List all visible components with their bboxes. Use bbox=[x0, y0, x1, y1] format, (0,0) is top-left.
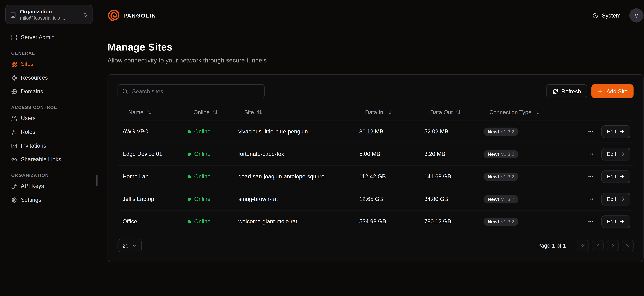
data-in-cell: 5.00 MB bbox=[354, 151, 419, 157]
sidebar-item-label: Settings bbox=[21, 197, 41, 203]
data-out-cell: 141.68 GB bbox=[419, 174, 478, 180]
app-window: Organization milo@fossorial.io's ... Ser… bbox=[0, 0, 644, 296]
sort-icon bbox=[456, 109, 461, 115]
table-row: Edge Device 01 Online fortunate-cape-fox… bbox=[118, 143, 634, 166]
row-menu-button[interactable] bbox=[586, 150, 595, 158]
sidebar-item-server-admin[interactable]: Server Admin bbox=[6, 30, 92, 44]
col-header-online[interactable]: Online bbox=[182, 109, 234, 115]
tunnel-id-cell: smug-brown-rat bbox=[234, 196, 354, 202]
refresh-label: Refresh bbox=[561, 88, 581, 94]
ellipsis-icon bbox=[588, 196, 594, 202]
prev-page-button[interactable] bbox=[592, 240, 604, 252]
search-icon bbox=[122, 88, 128, 94]
col-header-site[interactable]: Site bbox=[234, 109, 354, 115]
status-label: Online bbox=[194, 196, 210, 202]
sidebar-item-api-keys[interactable]: API Keys bbox=[6, 179, 92, 193]
page-subtitle: Allow connectivity to your network throu… bbox=[108, 57, 644, 64]
connection-badge: Newtv1.3.2 bbox=[484, 195, 518, 203]
connection-badge: Newtv1.3.2 bbox=[484, 150, 518, 158]
last-page-button[interactable] bbox=[622, 240, 634, 252]
sidebar-item-shareable-links[interactable]: Shareable Links bbox=[6, 152, 92, 166]
table-row: AWS VPC Online vivacious-little-blue-pen… bbox=[118, 120, 634, 143]
sidebar-item-domains[interactable]: Domains bbox=[6, 85, 92, 98]
sidebar-item-settings[interactable]: Settings bbox=[6, 193, 92, 207]
users-icon bbox=[11, 115, 17, 121]
row-menu-button[interactable] bbox=[586, 217, 595, 226]
next-page-button[interactable] bbox=[607, 240, 619, 252]
org-selector[interactable]: Organization milo@fossorial.io's ... bbox=[6, 5, 92, 24]
row-menu-button[interactable] bbox=[586, 195, 595, 204]
chevron-right-icon bbox=[610, 243, 616, 248]
data-out-cell: 3.20 MB bbox=[419, 151, 478, 157]
col-label: Name bbox=[128, 109, 144, 115]
connection-cell: Newtv1.3.2 bbox=[478, 172, 582, 181]
first-page-button[interactable] bbox=[577, 240, 588, 252]
sidebar-item-label: Domains bbox=[21, 88, 43, 95]
building-icon bbox=[10, 12, 16, 18]
ellipsis-icon bbox=[588, 151, 594, 157]
sidebar-item-label: Invitations bbox=[21, 142, 46, 149]
brand: PANGOLIN bbox=[108, 9, 156, 22]
connection-cell: Newtv1.3.2 bbox=[478, 150, 582, 158]
sidebar-item-invitations[interactable]: Invitations bbox=[6, 139, 92, 153]
page-size-select[interactable]: 20 bbox=[118, 239, 142, 252]
section-label-organization: ORGANIZATION bbox=[11, 172, 87, 178]
edit-button[interactable]: Edit bbox=[602, 125, 630, 138]
col-label: Site bbox=[244, 109, 254, 115]
sidebar-item-sites[interactable]: Sites bbox=[6, 57, 92, 71]
actions-cell: Edit bbox=[582, 193, 634, 205]
table-header-row: Name Online Site Data In Data Out Connec… bbox=[118, 104, 634, 120]
topbar: PANGOLIN System M bbox=[108, 0, 644, 23]
col-header-name[interactable]: Name bbox=[118, 109, 183, 115]
user-icon bbox=[11, 129, 17, 135]
edit-button[interactable]: Edit bbox=[602, 148, 630, 160]
avatar-initial: M bbox=[634, 12, 639, 18]
add-site-label: Add Site bbox=[606, 88, 628, 94]
sidebar-item-users[interactable]: Users bbox=[6, 111, 92, 125]
col-header-data-out[interactable]: Data Out bbox=[419, 109, 478, 115]
add-site-button[interactable]: Add Site bbox=[592, 84, 634, 98]
edit-button[interactable]: Edit bbox=[602, 215, 630, 228]
waypoints-icon bbox=[11, 75, 17, 81]
refresh-button[interactable]: Refresh bbox=[546, 84, 587, 98]
connection-version: v1.3.2 bbox=[501, 196, 514, 202]
sidebar-scrollbar[interactable] bbox=[96, 175, 98, 186]
row-menu-button[interactable] bbox=[586, 127, 595, 136]
arrow-right-icon bbox=[620, 174, 625, 179]
edit-button[interactable]: Edit bbox=[602, 193, 630, 205]
toolbar-actions: Refresh Add Site bbox=[546, 84, 634, 98]
status-cell: Online bbox=[182, 196, 234, 202]
arrow-right-icon bbox=[620, 219, 625, 224]
avatar[interactable]: M bbox=[629, 8, 644, 22]
search-input[interactable] bbox=[118, 84, 265, 98]
col-label: Online bbox=[194, 109, 210, 115]
sidebar-item-resources[interactable]: Resources bbox=[6, 71, 92, 85]
sidebar-item-label: Resources bbox=[21, 74, 48, 81]
theme-label: System bbox=[602, 12, 621, 18]
pangolin-logo-icon bbox=[108, 9, 120, 22]
arrow-right-icon bbox=[620, 129, 625, 134]
online-dot bbox=[188, 175, 191, 178]
data-in-cell: 30.12 MB bbox=[354, 128, 419, 135]
theme-toggle[interactable]: System bbox=[592, 12, 620, 18]
edit-button[interactable]: Edit bbox=[602, 170, 630, 183]
connection-cell: Newtv1.3.2 bbox=[478, 195, 582, 203]
tunnel-id-cell: welcome-giant-mole-rat bbox=[234, 218, 354, 225]
col-label: Data In bbox=[365, 109, 383, 115]
col-header-data-in[interactable]: Data In bbox=[354, 109, 419, 115]
online-dot bbox=[188, 152, 191, 156]
col-header-connection-type[interactable]: Connection Type bbox=[478, 109, 582, 115]
status-cell: Online bbox=[182, 174, 234, 180]
status-label: Online bbox=[194, 151, 210, 157]
site-name-cell: AWS VPC bbox=[118, 128, 183, 135]
status-cell: Online bbox=[182, 218, 234, 225]
row-menu-button[interactable] bbox=[586, 172, 595, 181]
section-label-general: GENERAL bbox=[11, 50, 87, 56]
sites-table: Name Online Site Data In Data Out Connec… bbox=[118, 104, 634, 233]
sidebar-item-roles[interactable]: Roles bbox=[6, 125, 92, 139]
status-label: Online bbox=[194, 128, 210, 135]
sidebar-item-label: Users bbox=[21, 115, 36, 121]
sidebar-item-label: Server Admin bbox=[21, 34, 54, 40]
edit-label: Edit bbox=[607, 218, 616, 225]
org-texts: Organization milo@fossorial.io's ... bbox=[20, 9, 79, 20]
